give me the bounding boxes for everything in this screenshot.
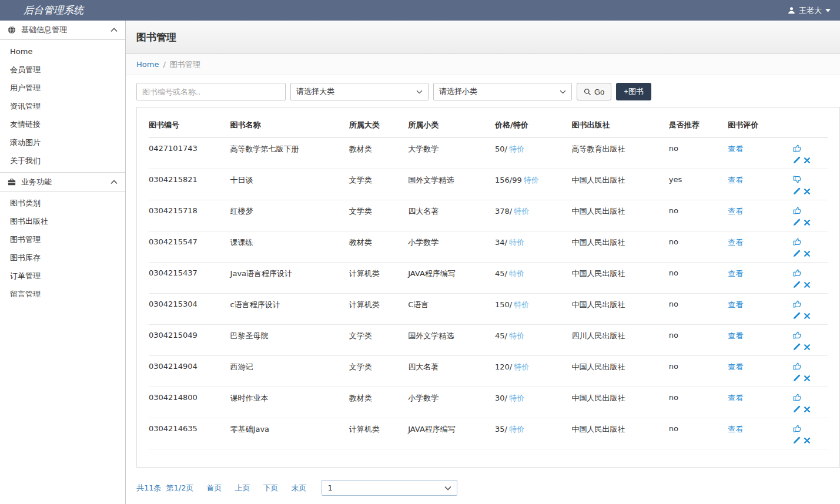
breadcrumb: Home / 图书管理 (126, 54, 840, 75)
search-input[interactable] (136, 83, 286, 100)
view-comments-link[interactable]: 查看 (728, 300, 743, 309)
delete-icon[interactable] (804, 219, 811, 226)
book-category-cell: 文学类 (349, 356, 408, 387)
delete-icon[interactable] (804, 188, 811, 195)
add-book-button[interactable]: +图书 (616, 83, 651, 100)
thumbs-up-icon[interactable] (793, 331, 802, 340)
subcategory-select[interactable]: 请选择小类 (433, 83, 572, 100)
thumbs-up-icon[interactable] (793, 206, 802, 215)
book-name-cell: Java语言程序设计 (230, 263, 349, 294)
thumbs-up-icon[interactable] (793, 144, 802, 153)
sidebar-item-图书管理[interactable]: 图书管理 (0, 230, 125, 248)
sidebar-item-会员管理[interactable]: 会员管理 (0, 61, 125, 79)
recommended-cell: yes (669, 169, 728, 200)
delete-icon[interactable] (804, 406, 811, 413)
edit-icon[interactable] (793, 187, 801, 195)
thumbs-up-icon[interactable] (793, 268, 802, 277)
breadcrumb-home-link[interactable]: Home (136, 60, 159, 69)
sidebar-item-图书出版社[interactable]: 图书出版社 (0, 212, 125, 230)
view-comments-link[interactable]: 查看 (728, 269, 743, 278)
first-page-link[interactable]: 首页 (206, 483, 222, 493)
edit-icon[interactable] (793, 250, 801, 257)
page-number-select[interactable]: 1 (322, 480, 457, 496)
thumbs-up-icon[interactable] (793, 424, 802, 433)
view-comments-link[interactable]: 查看 (728, 362, 743, 371)
sidebar-section-basic-info[interactable]: 基础信息管理 (0, 21, 125, 40)
sidebar-item-图书类别[interactable]: 图书类别 (0, 194, 125, 212)
special-price-link[interactable]: 特价 (509, 145, 524, 153)
thumbs-up-icon[interactable] (793, 393, 802, 402)
go-button-label: Go (594, 88, 604, 96)
sidebar-item-用户管理[interactable]: 用户管理 (0, 79, 125, 97)
sidebar-item-图书库存[interactable]: 图书库存 (0, 248, 125, 267)
edit-icon[interactable] (793, 374, 801, 382)
category-select-value: 请选择大类 (296, 86, 334, 97)
category-select[interactable]: 请选择大类 (290, 83, 429, 100)
sidebar-item-订单管理[interactable]: 订单管理 (0, 267, 125, 285)
view-comments-link[interactable]: 查看 (728, 394, 743, 402)
book-category-cell: 教材类 (349, 138, 408, 169)
book-name-cell: 课时作业本 (230, 387, 349, 418)
thumbs-up-icon[interactable] (793, 362, 802, 371)
row-actions-cell (793, 138, 828, 169)
special-price-link[interactable]: 特价 (509, 269, 524, 278)
sidebar-item-Home[interactable]: Home (0, 42, 125, 61)
special-price-link[interactable]: 特价 (509, 238, 524, 247)
sidebar-section-business[interactable]: 业务功能 (0, 172, 125, 191)
column-header: 图书名称 (230, 111, 349, 138)
book-review-cell: 查看 (728, 263, 793, 294)
book-id-cell: 0304215547 (149, 231, 230, 263)
go-button[interactable]: Go (577, 83, 611, 100)
special-price-link[interactable]: 特价 (514, 300, 529, 309)
special-price-link[interactable]: 特价 (514, 362, 529, 371)
recommended-cell: no (669, 294, 728, 325)
book-price-cell: 50/特价 (495, 138, 572, 169)
table-row: 0304215547 课课练 教材类 小学数学 34/特价 中国人民出版社 no… (149, 231, 828, 263)
thumbs-up-icon[interactable] (793, 300, 802, 308)
sidebar-item-留言管理[interactable]: 留言管理 (0, 285, 125, 303)
view-comments-link[interactable]: 查看 (728, 207, 743, 216)
special-price-link[interactable]: 特价 (509, 394, 524, 402)
special-price-link[interactable]: 特价 (514, 207, 529, 216)
special-price-link[interactable]: 特价 (509, 331, 524, 340)
prev-page-link[interactable]: 上页 (235, 483, 250, 493)
sidebar-item-滚动图片[interactable]: 滚动图片 (0, 133, 125, 152)
sidebar-item-资讯管理[interactable]: 资讯管理 (0, 97, 125, 115)
delete-icon[interactable] (804, 375, 811, 382)
delete-icon[interactable] (804, 437, 811, 444)
edit-icon[interactable] (793, 343, 801, 351)
thumbs-down-icon[interactable] (793, 175, 802, 184)
last-page-link[interactable]: 末页 (291, 483, 306, 493)
delete-icon[interactable] (804, 344, 811, 351)
view-comments-link[interactable]: 查看 (728, 331, 743, 340)
special-price-link[interactable]: 特价 (509, 425, 524, 434)
edit-icon[interactable] (793, 156, 801, 164)
view-comments-link[interactable]: 查看 (728, 176, 743, 184)
sidebar-item-关于我们[interactable]: 关于我们 (0, 152, 125, 170)
special-price-link[interactable]: 特价 (524, 176, 539, 184)
view-comments-link[interactable]: 查看 (728, 425, 743, 434)
edit-icon[interactable] (793, 219, 801, 226)
table-row: 0304214904 西游记 文学类 四大名著 120/特价 中国人民出版社 n… (149, 356, 828, 387)
delete-icon[interactable] (804, 250, 811, 257)
breadcrumb-current: 图书管理 (170, 59, 200, 70)
user-menu[interactable]: 王老大 (788, 5, 831, 16)
sidebar-item-友情链接[interactable]: 友情链接 (0, 115, 125, 133)
breadcrumb-separator: / (163, 60, 165, 69)
book-price-cell: 150/特价 (495, 294, 572, 325)
table-row: 0304214635 零基础Java 计算机类 JAVA程序编写 35/特价 中… (149, 418, 828, 449)
next-page-link[interactable]: 下页 (263, 483, 278, 493)
delete-icon[interactable] (804, 157, 811, 164)
view-comments-link[interactable]: 查看 (728, 238, 743, 247)
edit-icon[interactable] (793, 436, 801, 444)
edit-icon[interactable] (793, 405, 801, 413)
book-subcategory-cell: JAVA程序编写 (408, 418, 495, 449)
view-comments-link[interactable]: 查看 (728, 145, 743, 153)
delete-icon[interactable] (804, 313, 811, 320)
edit-icon[interactable] (793, 312, 801, 320)
edit-icon[interactable] (793, 281, 801, 288)
book-subcategory-cell: 国外文学精选 (408, 169, 495, 200)
book-publisher-cell: 中国人民出版社 (572, 263, 669, 294)
thumbs-up-icon[interactable] (793, 237, 802, 246)
delete-icon[interactable] (804, 281, 811, 288)
